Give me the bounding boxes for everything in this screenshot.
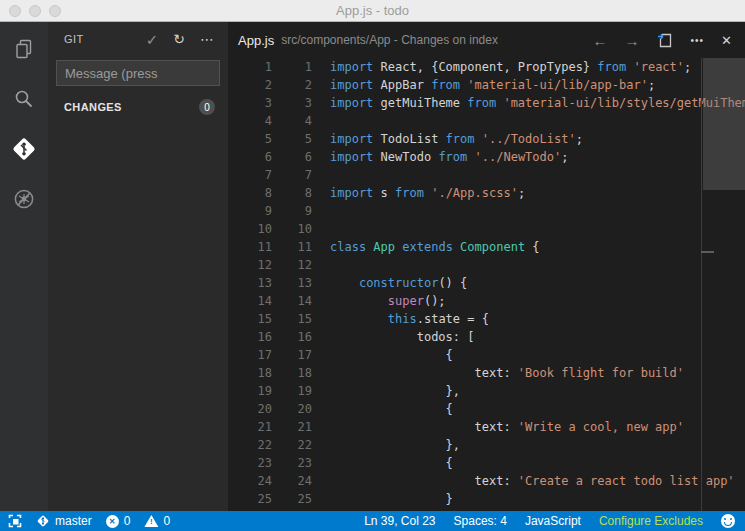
- line-number-old: 14: [228, 292, 272, 310]
- code-line[interactable]: 1717 {: [228, 346, 745, 364]
- code-line[interactable]: 1111class App extends Component {: [228, 238, 745, 256]
- indent-setting[interactable]: Spaces: 4: [454, 514, 507, 528]
- code-line[interactable]: 2222 },: [228, 436, 745, 454]
- code-text: import s from './App.scss';: [330, 184, 525, 202]
- more-actions-icon[interactable]: ⋯: [200, 32, 214, 46]
- line-number-old: 15: [228, 310, 272, 328]
- code-line[interactable]: 2020 {: [228, 400, 745, 418]
- error-count: 0: [124, 514, 131, 528]
- code-text: {: [330, 346, 453, 364]
- code-line[interactable]: 33import getMuiTheme from 'material-ui/l…: [228, 94, 745, 112]
- code-line[interactable]: 1616 todos: [: [228, 328, 745, 346]
- line-number-new: 10: [272, 220, 312, 238]
- code-line[interactable]: 1515 this.state = {: [228, 310, 745, 328]
- line-number-old: 17: [228, 346, 272, 364]
- line-number-new: 21: [272, 418, 312, 436]
- commit-message-input[interactable]: [56, 60, 220, 86]
- activity-item-explorer[interactable]: [11, 38, 37, 64]
- line-number-old: 5: [228, 130, 272, 148]
- line-number-new: 26: [272, 508, 312, 511]
- editor-actions: ← → ••• ✕: [593, 32, 732, 49]
- code-text: }: [330, 490, 453, 508]
- traffic-lights: [9, 5, 61, 17]
- line-number-old: 1: [228, 58, 272, 76]
- commit-check-icon[interactable]: ✓: [146, 32, 159, 47]
- line-number-old: 16: [228, 328, 272, 346]
- code-line[interactable]: 66import NewTodo from '../NewTodo';: [228, 148, 745, 166]
- code-line[interactable]: 1919 },: [228, 382, 745, 400]
- feedback-smiley-icon[interactable]: [721, 514, 735, 528]
- git-branch-item[interactable]: master: [36, 514, 92, 528]
- line-number-new: 1: [272, 58, 312, 76]
- code-line[interactable]: 2424 text: 'Create a react todo list app…: [228, 472, 745, 490]
- line-number-new: 7: [272, 166, 312, 184]
- scrollbar-thumb[interactable]: [703, 58, 745, 190]
- editor-file-title: App.js: [238, 33, 274, 48]
- code-line[interactable]: 1313 constructor() {: [228, 274, 745, 292]
- warnings-item[interactable]: ! 0: [144, 514, 170, 528]
- editor-pane: App.js src/components/App - Changes on i…: [228, 22, 745, 511]
- line-number-old: 9: [228, 202, 272, 220]
- line-number-old: 7: [228, 166, 272, 184]
- code-line[interactable]: 1818 text: 'Book flight for build': [228, 364, 745, 382]
- status-square-icon[interactable]: [8, 514, 22, 528]
- minimize-window-icon[interactable]: [29, 5, 41, 17]
- changes-section-header[interactable]: CHANGES 0: [48, 96, 228, 118]
- nav-back-icon[interactable]: ←: [593, 33, 608, 48]
- activity-item-debug[interactable]: [11, 188, 37, 214]
- line-number-new: 11: [272, 238, 312, 256]
- sidebar-git-panel: GIT ✓ ↻ ⋯ CHANGES 0: [48, 22, 228, 511]
- refresh-icon[interactable]: ↻: [173, 32, 185, 46]
- code-line[interactable]: 55import TodoList from '../TodoList';: [228, 130, 745, 148]
- code-line[interactable]: 1212: [228, 256, 745, 274]
- activity-item-search[interactable]: [11, 88, 37, 114]
- line-number-old: 11: [228, 238, 272, 256]
- cursor-position[interactable]: Ln 39, Col 23: [364, 514, 435, 528]
- code-text: import NewTodo from '../NewTodo';: [330, 148, 568, 166]
- line-number-old: 21: [228, 418, 272, 436]
- code-lines[interactable]: 11import React, {Component, PropTypes} f…: [228, 58, 745, 511]
- line-number-old: 20: [228, 400, 272, 418]
- editor-more-icon[interactable]: •••: [691, 35, 705, 46]
- changes-count-badge: 0: [199, 99, 215, 115]
- error-icon: ✕: [106, 515, 119, 528]
- code-line[interactable]: 2626 ]: [228, 508, 745, 511]
- line-number-old: 26: [228, 508, 272, 511]
- line-number-old: 23: [228, 454, 272, 472]
- code-line[interactable]: 77: [228, 166, 745, 184]
- code-text: class App extends Component {: [330, 238, 540, 256]
- code-line[interactable]: 99: [228, 202, 745, 220]
- language-mode[interactable]: JavaScript: [525, 514, 581, 528]
- close-editor-icon[interactable]: ✕: [721, 33, 732, 48]
- code-text: import React, {Component, PropTypes} fro…: [330, 58, 691, 76]
- line-number-new: 17: [272, 346, 312, 364]
- close-window-icon[interactable]: [9, 5, 21, 17]
- warning-icon: !: [144, 515, 158, 527]
- code-text: text: 'Write a cool, new app': [330, 418, 684, 436]
- files-icon: [12, 37, 36, 65]
- line-number-new: 6: [272, 148, 312, 166]
- activity-item-git[interactable]: [11, 138, 37, 164]
- code-text: import AppBar from 'material-ui/lib/app-…: [330, 76, 655, 94]
- sidebar-actions: ✓ ↻ ⋯: [146, 32, 214, 47]
- nav-forward-icon[interactable]: →: [625, 33, 640, 48]
- line-number-new: 23: [272, 454, 312, 472]
- open-file-icon[interactable]: [657, 32, 674, 49]
- code-line[interactable]: 88import s from './App.scss';: [228, 184, 745, 202]
- configure-excludes-link[interactable]: Configure Excludes: [599, 514, 703, 528]
- code-line[interactable]: 2323 {: [228, 454, 745, 472]
- code-line[interactable]: 1414 super();: [228, 292, 745, 310]
- code-line[interactable]: 2525 }: [228, 490, 745, 508]
- line-number-new: 3: [272, 94, 312, 112]
- code-line[interactable]: 22import AppBar from 'material-ui/lib/ap…: [228, 76, 745, 94]
- changes-label: CHANGES: [64, 101, 199, 113]
- code-line[interactable]: 1010: [228, 220, 745, 238]
- errors-item[interactable]: ✕ 0: [106, 514, 131, 528]
- line-number-old: 24: [228, 472, 272, 490]
- code-text: },: [330, 436, 460, 454]
- zoom-window-icon[interactable]: [49, 5, 61, 17]
- line-number-new: 2: [272, 76, 312, 94]
- code-line[interactable]: 2121 text: 'Write a cool, new app': [228, 418, 745, 436]
- code-line[interactable]: 11import React, {Component, PropTypes} f…: [228, 58, 745, 76]
- code-line[interactable]: 44: [228, 112, 745, 130]
